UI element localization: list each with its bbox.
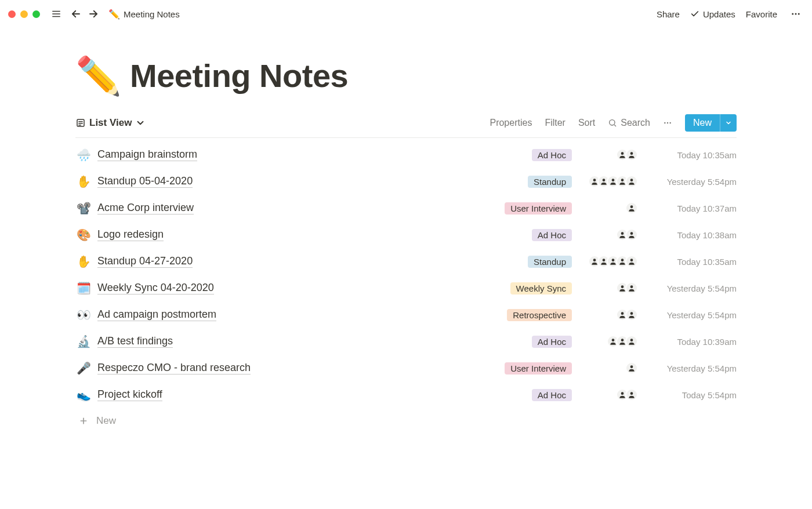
svg-point-31 bbox=[630, 259, 633, 261]
database-list: 🌧️Campaign brainstormAd HocToday 10:35am… bbox=[75, 141, 737, 408]
nav-arrows bbox=[68, 6, 102, 22]
window-maximize-button[interactable] bbox=[32, 10, 40, 18]
row-avatars bbox=[578, 228, 638, 241]
list-item[interactable]: 👀Ad campaign postmortemRetrospectiveYest… bbox=[75, 301, 737, 328]
svg-point-20 bbox=[603, 179, 606, 181]
search-button[interactable]: Search bbox=[608, 118, 650, 128]
window-close-button[interactable] bbox=[8, 10, 16, 18]
row-title[interactable]: Standup 05-04-2020 bbox=[97, 175, 193, 188]
row-title[interactable]: Weekly Sync 04-20-2020 bbox=[97, 282, 214, 295]
row-title[interactable]: Acme Corp interview bbox=[97, 202, 194, 214]
avatar bbox=[625, 308, 638, 321]
list-item[interactable]: ✋Standup 04-27-2020StandupToday 10:35am bbox=[75, 248, 737, 275]
new-button[interactable]: New bbox=[685, 114, 737, 132]
row-title[interactable]: Ad campaign postmortem bbox=[97, 308, 216, 321]
svg-point-14 bbox=[664, 122, 665, 123]
list-item[interactable]: 📽️Acme Corp interviewUser InterviewToday… bbox=[75, 195, 737, 221]
row-title[interactable]: Respeczo CMO - brand research bbox=[97, 362, 251, 375]
window-controls bbox=[8, 10, 40, 18]
row-avatars bbox=[578, 308, 638, 321]
updates-button[interactable]: Updates bbox=[690, 9, 735, 19]
svg-point-7 bbox=[798, 13, 800, 15]
svg-point-37 bbox=[621, 339, 624, 341]
svg-point-6 bbox=[795, 13, 797, 15]
filter-button[interactable]: Filter bbox=[545, 118, 566, 128]
new-row-button[interactable]: New bbox=[75, 408, 737, 434]
page-emoji[interactable]: ✏️ bbox=[75, 57, 122, 94]
window-minimize-button[interactable] bbox=[20, 10, 28, 18]
row-title[interactable]: Logo redesign bbox=[97, 228, 164, 241]
row-emoji: 🔬 bbox=[75, 335, 92, 348]
row-title[interactable]: Campaign brainstorm bbox=[97, 148, 197, 161]
sort-button[interactable]: Sort bbox=[578, 118, 595, 128]
list-item[interactable]: 🎨Logo redesignAd HocToday 10:38am bbox=[75, 221, 737, 248]
row-avatars bbox=[578, 335, 638, 348]
avatar bbox=[625, 202, 638, 214]
svg-point-41 bbox=[630, 392, 633, 395]
list-item[interactable]: ✋Standup 05-04-2020StandupYesterday 5:54… bbox=[75, 168, 737, 195]
row-date: Yesterday 5:54pm bbox=[644, 363, 737, 373]
list-item[interactable]: 🌧️Campaign brainstormAd HocToday 10:35am bbox=[75, 141, 737, 168]
row-tag: Weekly Sync bbox=[510, 282, 572, 295]
svg-line-13 bbox=[614, 125, 616, 126]
breadcrumb[interactable]: ✏️ Meeting Notes bbox=[105, 6, 183, 22]
row-date: Yesterday 5:54pm bbox=[644, 310, 737, 320]
row-date: Today 5:54pm bbox=[644, 390, 737, 400]
row-emoji: 👟 bbox=[75, 388, 92, 402]
row-tag: User Interview bbox=[505, 362, 572, 375]
avatar bbox=[625, 255, 638, 268]
breadcrumb-title: Meeting Notes bbox=[124, 9, 180, 19]
svg-point-16 bbox=[669, 122, 670, 123]
row-tag: Ad Hoc bbox=[532, 149, 572, 161]
row-tag: User Interview bbox=[505, 202, 572, 214]
row-title[interactable]: A/B test findings bbox=[97, 335, 173, 348]
view-switcher[interactable]: List View bbox=[75, 117, 146, 129]
list-item[interactable]: 🗓️Weekly Sync 04-20-2020Weekly SyncYeste… bbox=[75, 275, 737, 301]
topbar-right: Share Updates Favorite bbox=[657, 6, 804, 22]
svg-point-25 bbox=[621, 232, 624, 235]
svg-point-36 bbox=[612, 339, 615, 341]
row-tag: Ad Hoc bbox=[532, 389, 572, 401]
new-button-dropdown[interactable] bbox=[720, 114, 737, 132]
avatar bbox=[625, 362, 638, 375]
more-menu-button[interactable] bbox=[788, 6, 804, 22]
back-button[interactable] bbox=[68, 6, 84, 22]
svg-point-35 bbox=[630, 312, 633, 315]
list-item[interactable]: 🎤Respeczo CMO - brand researchUser Inter… bbox=[75, 355, 737, 381]
topbar: ✏️ Meeting Notes Share Updates Favorite bbox=[0, 0, 812, 28]
forward-button[interactable] bbox=[85, 6, 102, 22]
new-row-label: New bbox=[96, 415, 116, 427]
sidebar-toggle-button[interactable] bbox=[48, 6, 64, 22]
svg-point-39 bbox=[630, 365, 633, 368]
row-date: Today 10:35am bbox=[644, 150, 737, 160]
breadcrumb-emoji: ✏️ bbox=[108, 9, 120, 20]
row-date: Today 10:35am bbox=[644, 257, 737, 267]
row-title[interactable]: Standup 04-27-2020 bbox=[97, 255, 193, 268]
avatar bbox=[625, 228, 638, 241]
share-button[interactable]: Share bbox=[657, 9, 680, 19]
list-icon bbox=[75, 118, 86, 128]
avatar bbox=[625, 148, 638, 161]
row-emoji: 🌧️ bbox=[75, 148, 92, 162]
list-item[interactable]: 🔬A/B test findingsAd HocToday 10:39am bbox=[75, 328, 737, 355]
row-tag: Standup bbox=[528, 176, 572, 188]
row-title[interactable]: Project kickoff bbox=[97, 388, 162, 401]
svg-point-12 bbox=[610, 120, 615, 125]
svg-point-27 bbox=[593, 259, 596, 261]
database-more-button[interactable] bbox=[663, 118, 672, 128]
page-title[interactable]: Meeting Notes bbox=[130, 57, 348, 94]
svg-point-30 bbox=[621, 259, 624, 261]
list-item[interactable]: 👟Project kickoffAd HocToday 5:54pm bbox=[75, 381, 737, 408]
favorite-button[interactable]: Favorite bbox=[746, 9, 777, 19]
row-avatars bbox=[578, 388, 638, 401]
svg-point-19 bbox=[593, 179, 596, 181]
row-avatars bbox=[578, 148, 638, 161]
database-toolbar: List View Properties Filter Sort Search … bbox=[75, 114, 737, 138]
properties-button[interactable]: Properties bbox=[490, 118, 532, 128]
svg-point-17 bbox=[621, 152, 624, 155]
svg-point-32 bbox=[621, 285, 624, 288]
updates-label: Updates bbox=[703, 9, 735, 19]
row-emoji: 👀 bbox=[75, 308, 92, 322]
database-toolbar-right: Properties Filter Sort Search New bbox=[490, 114, 737, 132]
row-emoji: 🎤 bbox=[75, 361, 92, 375]
